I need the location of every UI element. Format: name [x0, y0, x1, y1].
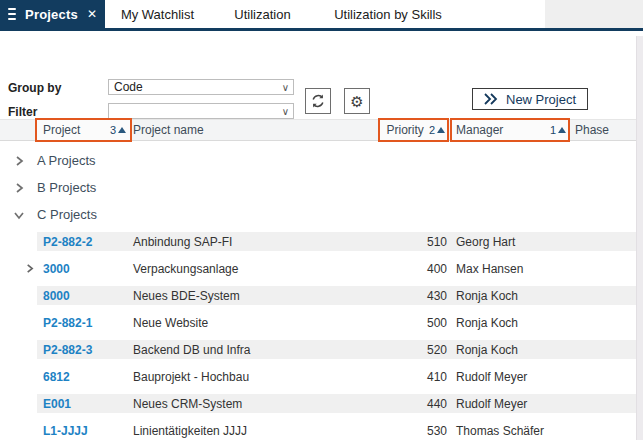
- project-name-cell: Backend DB und Infra: [130, 343, 380, 357]
- priority-cell: 440: [380, 397, 447, 411]
- column-header-manager-label: Manager: [456, 123, 503, 137]
- chevron-down-icon: [14, 210, 24, 220]
- manager-cell: Ronja Koch: [452, 289, 568, 303]
- group-by-label: Group by: [8, 81, 61, 95]
- table-row[interactable]: P2-882-1 Neue Website 500 Ronja Koch: [0, 309, 637, 336]
- chevron-right-icon: [14, 156, 24, 166]
- new-project-button-label: New Project: [506, 92, 576, 107]
- table-row[interactable]: P2-882-2 Anbindung SAP-FI 510 Georg Hart: [0, 228, 637, 255]
- tab-projects[interactable]: Projects ✕: [0, 0, 105, 28]
- manager-cell: Georg Hart: [452, 235, 568, 249]
- project-code-link[interactable]: P2-882-2: [37, 235, 130, 249]
- manager-cell: Rudolf Meyer: [452, 370, 568, 384]
- priority-cell: 520: [380, 343, 447, 357]
- project-code-link[interactable]: 6812: [37, 370, 130, 384]
- tab-my-watchlist-label: My Watchlist: [121, 7, 194, 22]
- project-name-cell: Neues BDE-System: [130, 289, 380, 303]
- filter-label: Filter: [8, 105, 37, 119]
- sort-asc-icon: [437, 127, 445, 133]
- tab-projects-label: Projects: [25, 7, 78, 22]
- filter-select[interactable]: ∨: [108, 103, 294, 119]
- table-row[interactable]: L1-JJJJ Linientätigkeiten JJJJ 530 Thoma…: [0, 417, 637, 440]
- manager-cell: Ronja Koch: [452, 316, 568, 330]
- tab-bar: Projects ✕ My Watchlist Utilization Util…: [0, 0, 643, 28]
- tab-utilization[interactable]: Utilization: [210, 0, 315, 28]
- chevron-right-icon: [14, 183, 24, 193]
- settings-button[interactable]: ⚙: [344, 88, 370, 114]
- project-code-link[interactable]: L1-JJJJ: [37, 424, 130, 438]
- manager-cell: Thomas Schäfer: [452, 424, 568, 438]
- refresh-icon: [310, 93, 326, 109]
- table-body: A Projects B Projects C Projects P2-882-…: [0, 141, 637, 440]
- column-header-priority-label: Priority: [387, 123, 424, 137]
- table-row[interactable]: P2-882-3 Backend DB und Infra 520 Ronja …: [0, 336, 637, 363]
- vertical-scrollbar[interactable]: [636, 36, 643, 440]
- group-label: B Projects: [37, 180, 96, 195]
- column-header-project-name-label: Project name: [133, 123, 204, 137]
- column-header-project-name[interactable]: Project name: [130, 120, 380, 140]
- group-label: A Projects: [37, 153, 96, 168]
- group-label: C Projects: [37, 207, 97, 222]
- sort-badge: 2: [429, 124, 445, 136]
- project-name-cell: Verpackungsanlage: [130, 262, 380, 276]
- sort-order-number: 2: [429, 124, 435, 136]
- tab-utilization-label: Utilization: [234, 7, 290, 22]
- project-name-cell: Anbindung SAP-FI: [130, 235, 380, 249]
- column-header-manager[interactable]: Manager 1: [452, 120, 568, 140]
- project-name-cell: Neues CRM-System: [130, 397, 380, 411]
- manager-cell: Max Hansen: [452, 262, 568, 276]
- table-header: Project 3 Project name Priority 2 Manage…: [0, 119, 643, 141]
- table-row[interactable]: 3000 Verpackungsanlage 400 Max Hansen: [0, 255, 637, 282]
- sort-asc-icon: [558, 127, 566, 133]
- column-header-priority[interactable]: Priority 2: [380, 120, 447, 140]
- group-row[interactable]: A Projects: [0, 147, 637, 174]
- tab-my-watchlist[interactable]: My Watchlist: [105, 0, 210, 28]
- new-project-button[interactable]: New Project: [472, 88, 588, 110]
- group-row[interactable]: C Projects: [0, 201, 637, 228]
- chevron-down-icon: ∨: [282, 82, 289, 93]
- project-code-link[interactable]: P2-882-3: [37, 343, 130, 357]
- priority-cell: 510: [380, 235, 447, 249]
- group-by-select[interactable]: Code ∨: [108, 79, 294, 95]
- sort-asc-icon: [118, 127, 126, 133]
- priority-cell: 530: [380, 424, 447, 438]
- project-name-cell: Neue Website: [130, 316, 380, 330]
- tabbar-filler: [545, 0, 643, 28]
- sort-badge: 1: [550, 124, 566, 136]
- sort-order-number: 1: [550, 124, 556, 136]
- project-name-cell: Bauprojekt - Hochbau: [130, 370, 380, 384]
- gear-icon: ⚙: [350, 94, 363, 109]
- sort-badge: 3: [110, 124, 126, 136]
- double-chevron-right-icon: [483, 93, 498, 105]
- manager-cell: Rudolf Meyer: [452, 397, 568, 411]
- project-name-cell: Linientätigkeiten JJJJ: [130, 424, 380, 438]
- manager-cell: Ronja Koch: [452, 343, 568, 357]
- hamburger-menu-icon[interactable]: [8, 8, 16, 20]
- refresh-button[interactable]: [305, 88, 331, 114]
- chevron-right-icon[interactable]: [25, 264, 34, 273]
- group-by-select-value: Code: [114, 80, 143, 94]
- priority-cell: 400: [380, 262, 447, 276]
- group-row[interactable]: B Projects: [0, 174, 637, 201]
- tab-utilization-by-skills[interactable]: Utilization by Skills: [315, 0, 461, 28]
- project-code-link[interactable]: P2-882-1: [37, 316, 130, 330]
- sort-order-number: 3: [110, 124, 116, 136]
- priority-cell: 500: [380, 316, 447, 330]
- chevron-down-icon: ∨: [282, 106, 289, 117]
- project-code-link[interactable]: 3000: [37, 262, 130, 276]
- project-code-link[interactable]: E001: [37, 397, 130, 411]
- close-icon[interactable]: ✕: [87, 8, 97, 20]
- priority-cell: 430: [380, 289, 447, 303]
- priority-cell: 410: [380, 370, 447, 384]
- tab-utilization-by-skills-label: Utilization by Skills: [334, 7, 442, 22]
- column-header-project-label: Project: [43, 123, 80, 137]
- toolbar: Group by Code ∨ Filter ∨ ⚙ New Project: [0, 31, 643, 118]
- column-header-phase-label: Phase: [575, 123, 609, 137]
- column-header-project[interactable]: Project 3: [37, 120, 130, 140]
- project-code-link[interactable]: 8000: [37, 289, 130, 303]
- column-header-phase[interactable]: Phase: [575, 120, 643, 140]
- table-row[interactable]: 8000 Neues BDE-System 430 Ronja Koch: [0, 282, 637, 309]
- table-row[interactable]: 6812 Bauprojekt - Hochbau 410 Rudolf Mey…: [0, 363, 637, 390]
- table-row[interactable]: E001 Neues CRM-System 440 Rudolf Meyer: [0, 390, 637, 417]
